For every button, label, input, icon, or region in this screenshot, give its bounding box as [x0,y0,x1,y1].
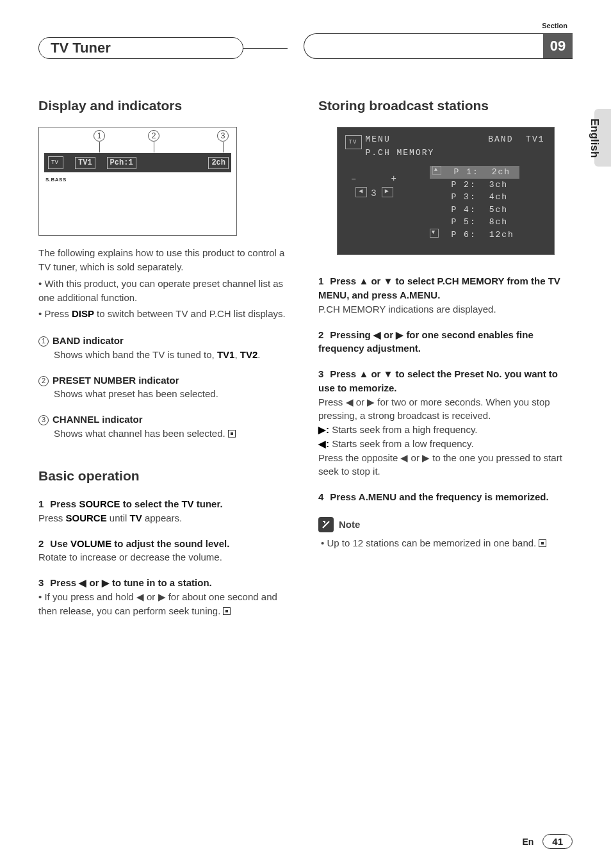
note-icon [318,517,334,532]
page-footer: En 41 [522,834,573,849]
left-arrow-icon: ◀ [355,187,367,197]
footer-page: 41 [542,834,573,849]
page-title: TV Tuner [38,37,243,59]
storing-step-4: 4Press A.MENU and the frequency is memor… [318,490,573,504]
display-illustration: 1 2 3 TV1 Pch:1 2ch S.BASS [38,127,237,236]
footer-lang: En [522,837,534,847]
callout-2: 2 [148,130,159,142]
right-column: Storing broadcast stations MENU BAND TV1… [318,96,573,629]
menu-illustration: MENU BAND TV1 P.CH MEMORY – + ◀ 3 ▶ ▲P 1… [337,127,555,255]
tv-icon [345,135,362,149]
heading-display-indicators: Display and indicators [38,96,293,115]
left-column: Display and indicators 1 2 3 TV1 Pch:1 2… [38,96,293,629]
down-arrow-icon: ▼ [430,229,439,238]
section-label: Section [542,22,567,29]
indicator-def-3: 3CHANNEL indicator Shows what channel ha… [38,413,293,441]
language-tab: English [588,119,601,158]
intro-line-3: • Press DISP to switch between TV and P.… [38,307,293,321]
up-arrow-icon: ▲ [432,166,441,175]
right-arrow-icon: ▶ [382,187,393,197]
lcd-strip: TV1 Pch:1 2ch [44,153,231,172]
dpad: – + ◀ 3 ▶ [349,172,400,201]
end-mark-icon [539,539,546,547]
basic-step-2: 2Use VOLUME to adjust the sound level. R… [38,537,293,565]
sbass-label: S.BASS [45,176,67,184]
lcd-band: TV1 [75,157,95,169]
lcd-preset: Pch:1 [107,157,136,169]
note-heading: Note [318,517,573,532]
callout-1: 1 [94,130,105,142]
page-header: Section TV Tuner 09 [38,26,573,58]
indicator-def-2: 2PRESET NUMBER indicator Shows what pres… [38,373,293,402]
basic-step-3: 3Press ◀ or ▶ to tune in to a station. •… [38,576,293,618]
indicator-def-1: 1BAND indicator Shows which band the TV … [38,334,293,362]
storing-step-2: 2Pressing ◀ or ▶ for one second enables … [318,328,573,356]
callout-3: 3 [217,130,229,142]
intro-line-1: The following explains how to use this p… [38,246,293,274]
menu-label: MENU [366,134,391,146]
heading-basic-operation: Basic operation [38,466,293,486]
note-body: • Up to 12 stations can be memorized in … [318,536,573,550]
storing-step-3: 3Press ▲ or ▼ to select the Preset No. y… [318,367,573,479]
end-mark-icon [223,607,231,615]
intro-text: The following explains how to use this p… [38,246,293,321]
heading-storing: Storing broadcast stations [318,96,573,115]
section-number: 09 [543,34,573,58]
intro-line-2: • With this product, you can operate pre… [38,277,293,305]
pch-label: P.CH MEMORY [346,147,545,160]
section-badge: 09 [304,33,573,59]
storing-step-1: 1Press ▲ or ▼ to select P.CH MEMORY from… [318,274,573,316]
lcd-channel: 2ch [208,157,229,169]
basic-step-1: 1Press SOURCE to select the TV tuner. Pr… [38,497,293,525]
end-mark-icon [228,430,236,438]
tv-icon [48,156,63,169]
